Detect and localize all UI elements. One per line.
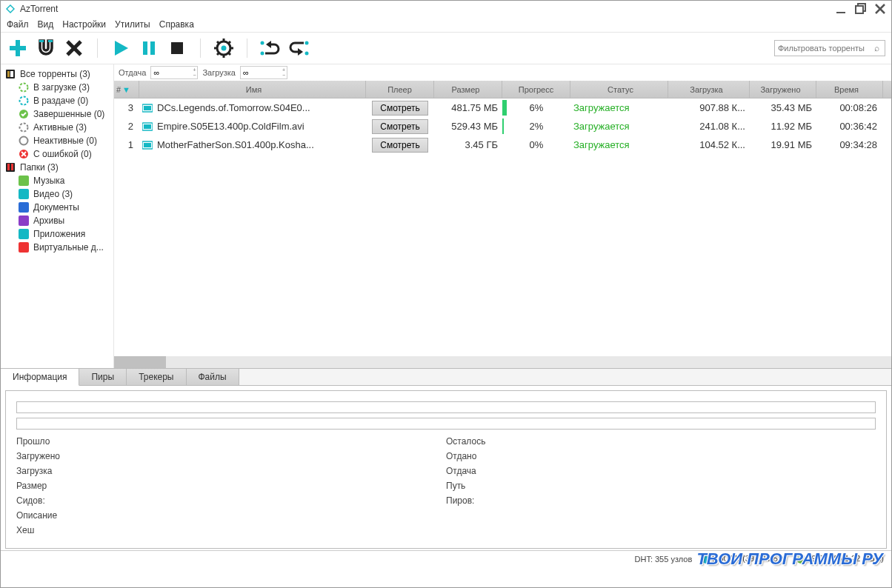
sidebar-label: Музыка bbox=[33, 176, 64, 186]
sidebar-label: Архивы bbox=[33, 216, 64, 226]
svg-line-26 bbox=[217, 53, 219, 55]
sidebar-completed[interactable]: Завершенные (0) bbox=[5, 107, 109, 121]
sidebar-seeding[interactable]: В раздаче (0) bbox=[5, 94, 109, 107]
cell-size: 529.43 МБ bbox=[434, 117, 502, 136]
move-up-button[interactable] bbox=[259, 37, 282, 59]
statusbar: DHT: 355 узлов 2.30 МБ(39.09 КБ\с) 69.53… bbox=[1, 550, 891, 567]
sidebar-active[interactable]: Активные (3) bbox=[5, 121, 109, 134]
stop-button[interactable] bbox=[166, 37, 188, 59]
sidebar-music[interactable]: Музыка bbox=[5, 174, 109, 187]
grid-header: #▼ Имя Плеер Размер Прогресс Статус Загр… bbox=[114, 81, 891, 98]
col-name[interactable]: Имя bbox=[139, 81, 366, 98]
sidebar-inactive[interactable]: Неактивные (0) bbox=[5, 134, 109, 147]
availability-bar bbox=[16, 418, 876, 430]
menu-file[interactable]: Файл bbox=[7, 19, 29, 30]
pause-button[interactable] bbox=[138, 37, 160, 59]
sidebar-error[interactable]: С ошибкой (0) bbox=[5, 147, 109, 161]
filter-input[interactable] bbox=[774, 40, 885, 56]
tab-peers[interactable]: Пиры bbox=[79, 369, 127, 385]
apps-icon bbox=[19, 229, 29, 239]
info-hash: Хеш bbox=[16, 523, 446, 538]
menu-utils[interactable]: Утилиты bbox=[115, 19, 150, 30]
col-progress[interactable]: Прогресс bbox=[502, 81, 570, 98]
status-upload: 69.53 МБ(1.22 МБ\с) bbox=[797, 554, 884, 563]
pieces-bar bbox=[16, 401, 876, 413]
details-tabs: Информация Пиры Трекеры Файлы bbox=[1, 369, 891, 386]
info-download: Загрузка bbox=[16, 464, 446, 478]
sidebar-all-torrents[interactable]: Все торренты (3) bbox=[5, 67, 109, 81]
cell-name: DCs.Legends.of.Tomorrow.S04E0... bbox=[139, 98, 366, 117]
watch-button[interactable]: Смотреть bbox=[372, 101, 428, 116]
upload-limit-spinner[interactable]: +− bbox=[150, 66, 198, 79]
sidebar-apps[interactable]: Приложения bbox=[5, 227, 109, 241]
sidebar-video[interactable]: Видео (3) bbox=[5, 187, 109, 201]
table-row[interactable]: 2Empire.S05E13.400p.ColdFilm.aviСмотреть… bbox=[114, 117, 891, 136]
table-row[interactable]: 3DCs.Legends.of.Tomorrow.S04E0...Смотрет… bbox=[114, 98, 891, 117]
speed-limits: Отдача +− Загрузка +− bbox=[114, 64, 891, 81]
sidebar-archives[interactable]: Архивы bbox=[5, 214, 109, 227]
add-magnet-button[interactable] bbox=[35, 37, 57, 59]
cell-downloaded: 11.92 МБ bbox=[750, 117, 816, 136]
minimize-button[interactable] bbox=[835, 2, 848, 16]
tab-trackers[interactable]: Трекеры bbox=[127, 369, 186, 385]
add-torrent-button[interactable] bbox=[7, 37, 29, 59]
col-time[interactable]: Время bbox=[816, 81, 883, 98]
sidebar-label: Папки (3) bbox=[20, 162, 59, 173]
cell-downloaded: 19.91 МБ bbox=[750, 136, 816, 154]
svg-line-25 bbox=[228, 41, 230, 44]
sidebar-label: Приложения bbox=[33, 229, 85, 239]
watch-button[interactable]: Смотреть bbox=[372, 138, 428, 153]
sidebar-vd[interactable]: Виртуальные д... bbox=[5, 241, 109, 254]
sidebar-label: В раздаче (0) bbox=[33, 96, 88, 106]
play-button[interactable] bbox=[110, 37, 132, 59]
col-status[interactable]: Статус bbox=[570, 81, 668, 98]
cell-num: 2 bbox=[114, 117, 139, 136]
menu-view[interactable]: Вид bbox=[38, 19, 54, 30]
col-size[interactable]: Размер bbox=[434, 81, 502, 98]
sidebar-docs[interactable]: Документы bbox=[5, 201, 109, 214]
active-icon bbox=[19, 122, 29, 133]
svg-point-37 bbox=[20, 97, 28, 105]
toolbar: ⌕ bbox=[1, 32, 891, 64]
col-player[interactable]: Плеер bbox=[366, 81, 434, 98]
menu-settings[interactable]: Настройки bbox=[62, 19, 106, 30]
sidebar-label: Неактивные (0) bbox=[33, 136, 97, 146]
cell-player: Смотреть bbox=[366, 117, 434, 136]
app-icon bbox=[5, 4, 16, 14]
download-limit-spinner[interactable]: +− bbox=[240, 66, 287, 79]
tab-info[interactable]: Информация bbox=[1, 369, 79, 386]
tab-files[interactable]: Файлы bbox=[187, 369, 239, 385]
sidebar-label: Виртуальные д... bbox=[33, 242, 104, 253]
svg-rect-34 bbox=[7, 71, 10, 77]
bookmark-icon bbox=[5, 162, 16, 173]
svg-point-27 bbox=[261, 41, 264, 45]
cell-size: 3.45 ГБ bbox=[434, 136, 502, 154]
horizontal-scrollbar[interactable] bbox=[114, 356, 891, 368]
menu-help[interactable]: Справка bbox=[159, 19, 194, 30]
col-downloaded[interactable]: Загружено bbox=[750, 81, 816, 98]
sidebar-downloading[interactable]: В загрузке (3) bbox=[5, 81, 109, 94]
col-download[interactable]: Загрузка bbox=[668, 81, 750, 98]
svg-rect-44 bbox=[6, 163, 15, 172]
sidebar-label: Документы bbox=[33, 202, 79, 213]
svg-rect-48 bbox=[144, 106, 151, 110]
sidebar-folders[interactable]: Папки (3) bbox=[5, 161, 109, 174]
close-button[interactable] bbox=[873, 2, 887, 16]
move-down-button[interactable] bbox=[287, 37, 310, 59]
cell-progress: 2% bbox=[502, 117, 570, 136]
svg-point-30 bbox=[305, 41, 309, 45]
sidebar-label: Завершенные (0) bbox=[33, 109, 104, 119]
remove-button[interactable] bbox=[63, 37, 85, 59]
watch-button[interactable]: Смотреть bbox=[372, 119, 428, 134]
svg-rect-10 bbox=[48, 40, 53, 42]
maximize-button[interactable] bbox=[854, 2, 868, 16]
sidebar-label: Видео (3) bbox=[33, 189, 73, 199]
col-num[interactable]: #▼ bbox=[114, 81, 139, 98]
svg-point-18 bbox=[222, 46, 227, 51]
cell-time: 00:36:42 bbox=[816, 117, 883, 136]
settings-button[interactable] bbox=[213, 37, 235, 59]
table-row[interactable]: 1MotherFatherSon.S01.400p.Kosha...Смотре… bbox=[114, 136, 891, 154]
book-icon bbox=[5, 69, 16, 79]
upload-icon bbox=[19, 96, 29, 106]
cell-status: Загружается bbox=[570, 136, 668, 154]
